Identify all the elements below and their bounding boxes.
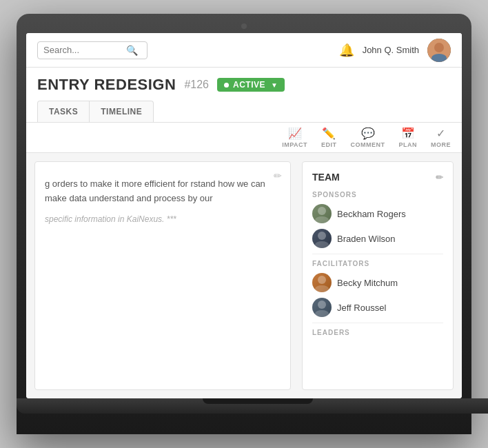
- user-name: John Q. Smith: [363, 45, 419, 55]
- project-tabs: TASKS TIMELINE: [37, 101, 451, 122]
- toolbar-edit[interactable]: ✏️ EDIT: [321, 127, 337, 148]
- team-edit-icon[interactable]: ✏: [436, 172, 443, 183]
- edit-icon: ✏️: [322, 127, 336, 140]
- project-number: #126: [184, 79, 209, 91]
- toolbar-comment[interactable]: 💬 COMMENT: [351, 127, 385, 148]
- team-title-label: TEAM: [312, 172, 340, 183]
- toolbar-impact[interactable]: 📈 IMPACT: [282, 127, 307, 148]
- laptop-frame: 🔍 🔔 John Q. Smith ENTRY REDESIGN #126: [17, 14, 471, 434]
- member-avatar-jeff: [312, 298, 332, 317]
- sponsors-label: SPONSORS: [312, 191, 443, 198]
- team-member: Becky Mitchum: [312, 273, 443, 292]
- team-member: Braden Wilson: [312, 229, 443, 248]
- laptop-base: [17, 398, 488, 414]
- toolbar-more[interactable]: ✓ MORE: [431, 127, 451, 148]
- leaders-label: LEADERS: [312, 329, 443, 336]
- impact-icon: 📈: [288, 127, 302, 140]
- team-member: Jeff Roussel: [312, 298, 443, 317]
- tab-tasks[interactable]: TASKS: [37, 101, 90, 122]
- more-icon: ✓: [436, 127, 445, 140]
- project-header: ENTRY REDESIGN #126 ACTIVE ▼ TASKS TIMEL…: [26, 68, 462, 123]
- member-name-beckham: Beckham Rogers: [337, 209, 406, 219]
- member-avatar-braden: [312, 229, 332, 248]
- plan-label: PLAN: [399, 141, 418, 148]
- right-panel: TEAM ✏ SPONSORS Beckham Rogers Braden Wi…: [302, 161, 454, 390]
- member-name-braden: Braden Wilson: [337, 234, 396, 244]
- app-container: 🔍 🔔 John Q. Smith ENTRY REDESIGN #126: [26, 33, 462, 398]
- avatar: [427, 39, 451, 62]
- status-dot: [224, 83, 229, 88]
- impact-label: IMPACT: [282, 141, 307, 148]
- main-content: ✏ g orders to make it more efficient for…: [26, 153, 462, 398]
- avatar-face: [427, 39, 451, 62]
- bell-icon[interactable]: 🔔: [339, 43, 354, 58]
- edit-label: EDIT: [321, 141, 337, 148]
- team-panel-title: TEAM ✏: [312, 172, 443, 183]
- project-title-row: ENTRY REDESIGN #126 ACTIVE ▼: [37, 76, 451, 94]
- description-note: specific information in KaiNexus. ***: [45, 214, 281, 224]
- left-panel-edit-icon[interactable]: ✏: [274, 170, 282, 181]
- tab-timeline[interactable]: TIMELINE: [90, 101, 154, 122]
- member-name-jeff: Jeff Roussel: [337, 303, 386, 313]
- plan-icon: 📅: [401, 127, 415, 140]
- status-chevron-icon: ▼: [271, 81, 278, 89]
- status-label: ACTIVE: [233, 80, 265, 90]
- toolbar-plan[interactable]: 📅 PLAN: [399, 127, 418, 148]
- search-icon: 🔍: [126, 45, 138, 56]
- search-input[interactable]: [43, 45, 126, 55]
- more-label: MORE: [431, 141, 451, 148]
- member-avatar-becky: [312, 273, 332, 292]
- member-avatar-beckham: [312, 204, 332, 223]
- search-box[interactable]: 🔍: [37, 41, 148, 59]
- team-member: Beckham Rogers: [312, 204, 443, 223]
- laptop-screen: 🔍 🔔 John Q. Smith ENTRY REDESIGN #126: [26, 33, 462, 398]
- description-text: g orders to make it more efficient for r…: [45, 177, 281, 206]
- facilitators-label: FACILITATORS: [312, 260, 443, 267]
- status-badge[interactable]: ACTIVE ▼: [217, 78, 285, 92]
- toolbar: 📈 IMPACT ✏️ EDIT 💬 COMMENT 📅 PLAN ✓: [26, 123, 462, 153]
- comment-icon: 💬: [361, 127, 375, 140]
- left-panel: ✏ g orders to make it more efficient for…: [34, 161, 291, 390]
- project-title: ENTRY REDESIGN: [37, 76, 176, 94]
- comment-label: COMMENT: [351, 141, 385, 148]
- header: 🔍 🔔 John Q. Smith: [26, 33, 462, 68]
- member-name-becky: Becky Mitchum: [337, 278, 398, 288]
- laptop-camera: [241, 23, 247, 29]
- divider: [312, 254, 443, 254]
- header-right: 🔔 John Q. Smith: [339, 39, 451, 62]
- divider: [312, 323, 443, 323]
